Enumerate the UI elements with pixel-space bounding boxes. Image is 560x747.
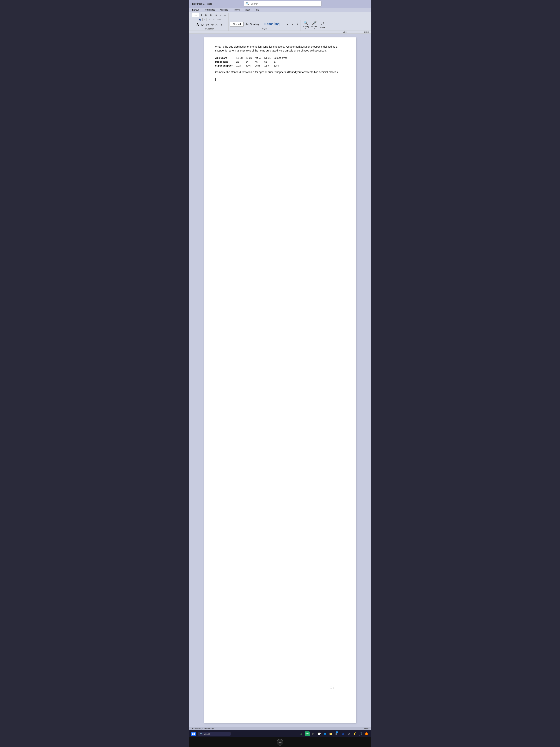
table-row-supershopper: super shopper 10% 43% 25% 11% 11% [215,64,290,68]
age-val-5: 62 and over [274,56,290,60]
taskbar-icon-media[interactable]: 🎵 [358,731,363,736]
list-bullets-btn[interactable]: ≡▾ [204,14,208,17]
menu-review[interactable]: Review [232,8,241,11]
age-val-2: 29-39 [245,56,255,60]
supershopper-val-5: 11% [274,64,290,68]
menu-references[interactable]: References [203,8,216,11]
age-val-1: 18-28 [236,56,246,60]
hp-bar: hp [189,737,371,747]
sort-btn[interactable]: A↓ [215,23,219,26]
sensitivity-btn[interactable]: 🛡 Sensit [320,22,325,29]
pilcrow-btn[interactable]: ¶ [220,23,224,26]
styles-scroll-up[interactable]: ▲ [286,22,290,26]
midpoint-label: Midpoint x [215,60,236,64]
menu-layout[interactable]: Layout [191,8,199,11]
dictate-btn[interactable]: 🎤 Dictate ▼ [311,21,317,30]
dictate-icon: 🎤 [312,21,317,25]
supershopper-val-4: 11% [264,64,274,68]
focus-status: Focu [364,727,369,729]
age-val-4: 51-61 [264,56,274,60]
accessibility-status: Accessibility: Good to go [191,727,214,729]
taskbar-icon-settings[interactable]: ⚙ [346,731,351,736]
taskbar-icon-pre[interactable]: PRE [305,731,310,736]
search-icon: 🔍 [246,2,249,5]
data-table: Age years 18-28 29-39 40-50 51-61 62 and… [215,56,290,68]
align-left-btn[interactable]: ≡ [207,18,211,21]
dictate-dropdown: ▼ [314,28,315,30]
title-search-input[interactable] [250,2,319,5]
editing-label: Editing [302,25,309,28]
sensitivity-icon: 🛡 [321,22,324,26]
taskbar-icon-browser[interactable] [364,731,369,736]
line-spacing-btn[interactable]: ↕≡▾ [216,18,221,21]
supershopper-val-1: 10% [236,64,246,68]
compute-text: Compute the standard deviation σ for age… [215,70,345,74]
taskbar-search[interactable]: 🔍 Search [198,732,231,736]
styles-scroll-down[interactable]: ▼ [291,22,295,26]
title-search-bar[interactable]: 🔍 [244,1,321,6]
taskbar-icon-teams[interactable]: 💬 [317,731,321,736]
supershopper-val-2: 43% [245,64,255,68]
ribbon: 11 ▼ ≡▾ ≡▾ ⇥▾ ☰ ☰ A ≡ ≡ ≡ ↕≡▾ A A^ 🖊▾ A▾… [189,12,371,31]
font-color-btn[interactable]: A▾ [210,23,214,26]
styles-expand[interactable]: ⊞ [295,22,299,26]
document-area: What is the age distribution of promotio… [189,34,371,727]
taskbar-icon-email[interactable]: ✉ [340,731,345,736]
taskbar-icon-apps[interactable]: ⊞ 9 [335,731,339,736]
align-justify-btn[interactable]: ≡ [212,18,216,21]
midpoint-val-5: 67 [274,60,290,64]
table-row-age: Age years 18-28 29-39 40-50 51-61 62 and… [215,56,290,60]
midpoint-val-3: 45 [255,60,264,64]
taskbar-icons: 🗂 PRE 🖥 💬 📁 ⊞ 9 ✉ ⚙ ⚡ 🎵 [299,731,369,736]
supershopper-val-3: 25% [255,64,264,68]
taskbar-icon-folder[interactable]: 📁 [328,731,334,736]
midpoint-val-4: 56 [264,60,274,64]
apps-badge: 9 [336,731,338,733]
title-bar: Document1 - Word 🔍 [189,0,371,7]
editing-btn[interactable]: 🔍 Editing ▼ [302,21,309,30]
align-right-btn[interactable]: ☰ [223,14,227,17]
cursor-text-icon: I ≡ [330,685,334,690]
editing-dropdown: ▼ [305,28,307,30]
font-A-super-btn[interactable]: A^ [200,23,204,27]
taskbar-icon-lightning[interactable]: ⚡ [352,731,357,736]
style-no-spacing-btn[interactable]: No Spacing [244,22,261,26]
taskbar-icon-store[interactable]: 🖥 [311,731,316,736]
document-page[interactable]: What is the age distribution of promotio… [204,37,356,723]
align-center-btn[interactable]: ☰ [218,14,222,17]
highlight-btn[interactable]: 🖊▾ [205,23,210,26]
svg-point-2 [366,733,367,735]
font-A-btn[interactable]: A [198,18,202,22]
list-numbers-btn[interactable]: ≡▾ [209,14,213,17]
taskbar-icon-edge[interactable] [323,731,327,736]
hp-logo: hp [277,739,283,746]
age-label: Age years [215,56,236,60]
taskbar-search-label: Search [204,733,210,735]
menu-bar: Layout References Mailings Review View H… [189,7,371,12]
font-A-large-btn[interactable]: A [195,22,199,27]
paragraph-box-btn[interactable]: ≡ [203,18,207,21]
status-bar: Accessibility: Good to go Focu [189,727,371,730]
midpoint-val-1: 23 [236,60,246,64]
indent-btn[interactable]: ⇥▾ [213,14,218,17]
style-normal-btn[interactable]: Normal [230,22,243,26]
menu-mailings[interactable]: Mailings [219,8,229,11]
font-size-dropdown[interactable]: ▼ [199,14,204,17]
font-size-box[interactable]: 11 [192,13,199,17]
menu-view[interactable]: View [244,8,250,11]
taskbar-search-icon: 🔍 [200,733,203,735]
styles-label: Styles [262,28,267,30]
menu-help[interactable]: Help [254,8,260,11]
sensitivity-label: Sensit [320,26,325,29]
voice-label: Voice [343,31,347,33]
app-title: Document1 - Word [192,2,212,5]
font-group: 11 ▼ ≡▾ ≡▾ ⇥▾ ☰ ☰ A ≡ ≡ ≡ ↕≡▾ A A^ 🖊▾ A▾… [191,13,229,31]
dictate-label: Dictate [311,25,317,28]
style-heading1-btn[interactable]: Heading 1 [262,21,285,27]
document-question: What is the age distribution of promotio… [215,45,345,53]
text-cursor [215,78,216,81]
windows-icon [192,732,195,735]
taskbar-icon-files[interactable]: 🗂 [299,731,304,736]
start-button[interactable] [191,732,196,736]
taskbar: 🔍 Search 🗂 PRE 🖥 💬 📁 ⊞ 9 ✉ ⚙ ⚡ [189,730,371,737]
